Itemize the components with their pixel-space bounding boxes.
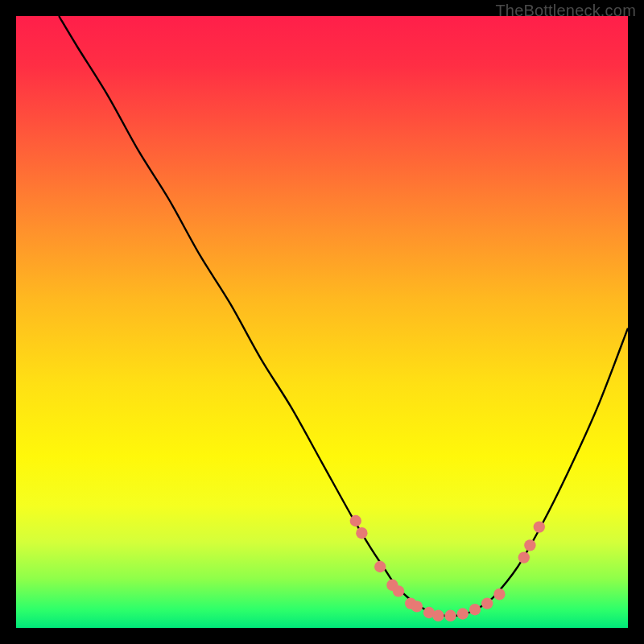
highlight-point xyxy=(534,521,545,532)
highlight-point xyxy=(350,515,361,526)
highlight-point xyxy=(411,601,423,612)
highlight-point xyxy=(518,551,530,563)
highlight-point xyxy=(457,608,469,619)
highlight-point xyxy=(356,527,367,539)
highlight-point xyxy=(524,539,535,551)
highlight-point xyxy=(481,597,493,609)
chart-container: TheBottleneck.com xyxy=(0,0,644,644)
highlight-point xyxy=(393,585,404,597)
highlight-point xyxy=(432,610,444,621)
highlight-point xyxy=(444,610,456,621)
plot-area xyxy=(16,16,628,628)
highlight-point xyxy=(374,561,386,572)
highlight-point xyxy=(493,588,505,600)
curve-svg xyxy=(16,16,628,628)
highlight-point xyxy=(469,604,481,615)
